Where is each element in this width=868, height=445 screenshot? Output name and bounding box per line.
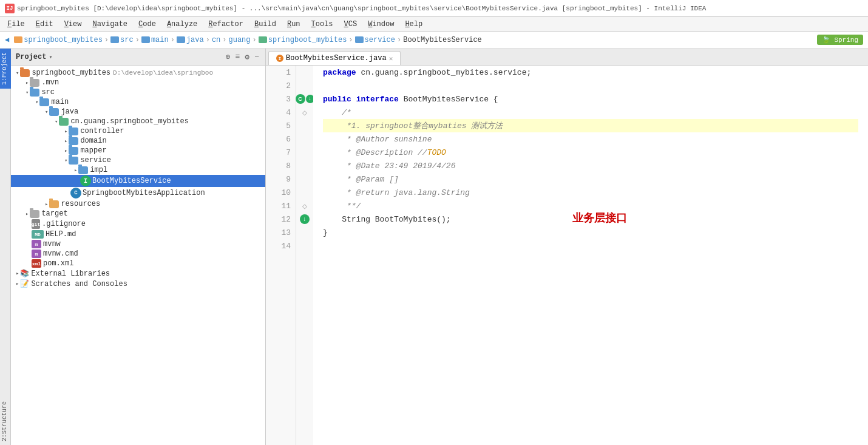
gutter-icon-12[interactable]: ↓	[300, 212, 310, 226]
tree-label-helpmd: HELP.md	[46, 230, 76, 239]
menu-view[interactable]: View	[59, 19, 87, 30]
gitignore-icon: git	[32, 219, 40, 229]
run-badge-12[interactable]: ↓	[300, 214, 310, 224]
tree-item-src[interactable]: src	[11, 87, 265, 97]
menu-edit[interactable]: Edit	[31, 19, 58, 30]
line-12: 12	[273, 212, 291, 226]
menu-help[interactable]: Help	[400, 19, 427, 30]
tree-item-main[interactable]: main	[11, 97, 265, 107]
tree-item-gitignore[interactable]: git .gitignore	[11, 219, 265, 229]
project-header-icons: ⊕ ≡ ⚙ −	[225, 52, 260, 62]
tree-item-pomxml[interactable]: xml pom.xml	[11, 259, 265, 268]
tree-item-java[interactable]: java	[11, 107, 265, 117]
close-panel-icon[interactable]: −	[253, 52, 260, 62]
breadcrumb-springboot-mybites[interactable]: springboot_mybites	[14, 36, 103, 44]
tree-item-cn-guang[interactable]: cn.guang.springboot_mybites	[11, 117, 265, 126]
kw-interface: interface	[356, 95, 399, 104]
tree-arrow-src	[25, 89, 29, 96]
tree-arrow-java	[45, 109, 48, 115]
svc-folder-icon	[355, 36, 364, 43]
settings-icon[interactable]: ⚙	[243, 52, 251, 62]
folder-icon	[14, 36, 22, 43]
tree-item-domain[interactable]: domain	[11, 136, 265, 146]
mapper-folder-icon	[69, 147, 78, 155]
code-content[interactable]: package cn.guang.springboot_mybites.serv…	[313, 66, 868, 445]
breadcrumb-package[interactable]: springboot_mybites	[259, 36, 347, 44]
tree-item-mvn[interactable]: .mvn	[11, 78, 265, 87]
breadcrumb-main[interactable]: main	[141, 36, 169, 44]
bc-main[interactable]: main	[151, 36, 169, 44]
breadcrumb-src[interactable]: src	[110, 36, 134, 44]
gutter-icon-3[interactable]: C ↓	[296, 92, 314, 106]
tab-close-button[interactable]: ✕	[389, 55, 393, 63]
tree-item-service[interactable]: service	[11, 155, 265, 165]
impl-folder-icon	[78, 166, 88, 174]
bc-src[interactable]: src	[120, 36, 134, 44]
sidebar-tab-project[interactable]: 1:Project	[0, 49, 11, 89]
menu-analyze[interactable]: Analyze	[162, 19, 202, 30]
editor-tab-bootmybites[interactable]: I BootMybitesService.java ✕	[268, 51, 401, 65]
line-4: 4	[273, 106, 291, 119]
bc-root[interactable]: springboot_mybites	[24, 36, 103, 44]
tree-label-mapper: mapper	[80, 146, 106, 155]
menu-code[interactable]: Code	[134, 19, 161, 30]
kw-package: package	[323, 68, 356, 77]
tree-arrow-scratches	[16, 280, 19, 287]
tree-item-extlibs[interactable]: 📚 External Libraries	[11, 268, 265, 279]
menu-vcs[interactable]: VCS	[339, 19, 362, 30]
bc-pkg[interactable]: springboot_mybites	[268, 36, 347, 44]
tree-item-mvnwcmd[interactable]: m mvnw.cmd	[11, 249, 265, 259]
tree-item-mvnw[interactable]: m mvnw	[11, 239, 265, 249]
breadcrumb-service[interactable]: service	[355, 36, 395, 44]
tree-item-springbootapp[interactable]: C SpringbootMybitesApplication	[11, 187, 265, 199]
tree-arrow	[16, 70, 19, 76]
bc-guang[interactable]: guang	[229, 36, 251, 44]
menu-refactor[interactable]: Refactor	[203, 19, 248, 30]
line-11: 11	[273, 199, 291, 212]
tree-item-controller[interactable]: controller	[11, 126, 265, 136]
line-7: 7	[273, 146, 291, 159]
menu-build[interactable]: Build	[249, 19, 281, 30]
breadcrumb-java[interactable]: java	[177, 36, 204, 44]
menu-window[interactable]: Window	[363, 19, 399, 30]
project-panel: Project ▾ ⊕ ≡ ⚙ − springboot_mybites D:\…	[11, 49, 266, 445]
menu-tools[interactable]: Tools	[307, 19, 338, 30]
gutter-icon-11: ◇	[302, 199, 307, 212]
tree-item-target[interactable]: target	[11, 209, 265, 219]
tree-item-helpmd[interactable]: MD HELP.md	[11, 229, 265, 239]
mvnw-icon: m	[32, 240, 41, 248]
bc-java[interactable]: java	[186, 36, 204, 44]
tree-item-bootmybites[interactable]: I BootMybitesService	[11, 175, 265, 187]
code-line-6: * @Author sunshine	[323, 132, 858, 146]
project-dropdown-arrow[interactable]: ▾	[49, 53, 52, 61]
bc-cn[interactable]: cn	[212, 36, 220, 44]
menu-run[interactable]: Run	[282, 19, 305, 30]
tree-label-mvnw: mvnw	[43, 240, 61, 248]
tree-label-target: target	[41, 209, 67, 218]
tree-item-resources[interactable]: resources	[11, 199, 265, 209]
spring-button[interactable]: 🍃 Spring	[817, 35, 863, 45]
code-line-4: /*	[323, 106, 858, 119]
md-icon: MD	[32, 230, 44, 239]
tree-label-extlibs: External Libraries	[31, 270, 110, 278]
menu-file[interactable]: File	[2, 19, 30, 30]
tree-item-impl[interactable]: impl	[11, 165, 265, 175]
code-area: 1 2 3 4 5 6 7 8 9 10 11 12 13 14	[266, 66, 868, 445]
tree-arrow-ctrl	[64, 128, 67, 135]
java-folder-icon	[177, 36, 185, 43]
tab-interface-icon: I	[276, 55, 283, 62]
tree-item-mapper[interactable]: mapper	[11, 146, 265, 155]
sidebar-tab-structure[interactable]: 2:Structure	[0, 398, 11, 445]
tree-item-root[interactable]: springboot_mybites D:\develop\idea\sprin…	[11, 68, 265, 78]
collapse-icon[interactable]: ≡	[234, 52, 242, 62]
bc-service[interactable]: service	[365, 36, 395, 44]
menu-navigate[interactable]: Navigate	[87, 19, 132, 30]
code-line-14	[323, 239, 858, 253]
sync-icon[interactable]: ⊕	[225, 52, 232, 62]
left-sidebar-tabs: 1:Project 2:Structure	[0, 49, 11, 445]
interface-badge-i: I	[80, 175, 91, 186]
code-line-9: * @Param []	[323, 172, 858, 186]
back-arrow-icon[interactable]: ◀	[5, 35, 9, 44]
tree-item-scratches[interactable]: 📝 Scratches and Consoles	[11, 279, 265, 289]
code-line-12: String BootToMybites(); 业务层接口	[323, 212, 858, 226]
